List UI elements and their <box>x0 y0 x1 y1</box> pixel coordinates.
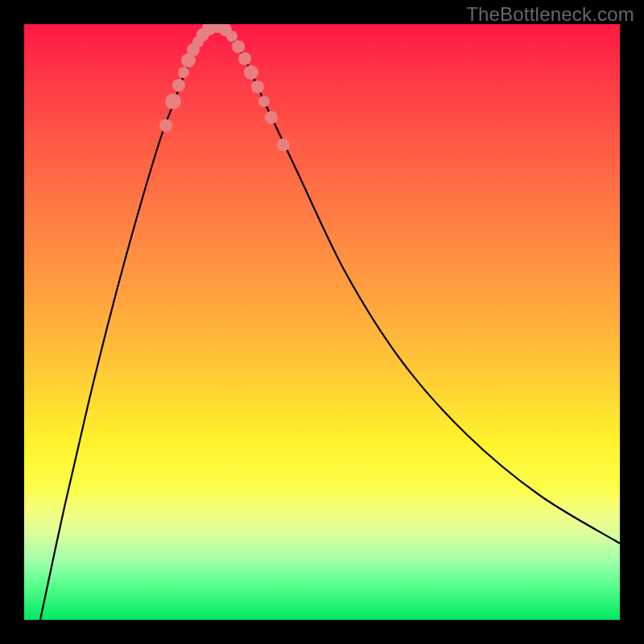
data-markers <box>159 24 290 151</box>
data-marker <box>277 138 290 151</box>
chart-frame: TheBottleneck.com <box>0 0 644 644</box>
data-marker <box>258 96 270 107</box>
data-marker <box>265 111 278 124</box>
data-marker <box>244 65 258 80</box>
data-marker <box>251 80 264 93</box>
data-marker <box>165 93 181 109</box>
data-marker <box>226 31 237 42</box>
data-marker <box>178 67 189 78</box>
data-marker <box>238 52 251 65</box>
bottleneck-curve <box>40 26 620 620</box>
data-marker <box>232 40 245 53</box>
curve-svg <box>24 24 620 620</box>
watermark-text: TheBottleneck.com <box>466 3 634 26</box>
data-marker <box>159 119 172 132</box>
data-marker <box>172 79 185 92</box>
plot-area <box>24 24 620 620</box>
